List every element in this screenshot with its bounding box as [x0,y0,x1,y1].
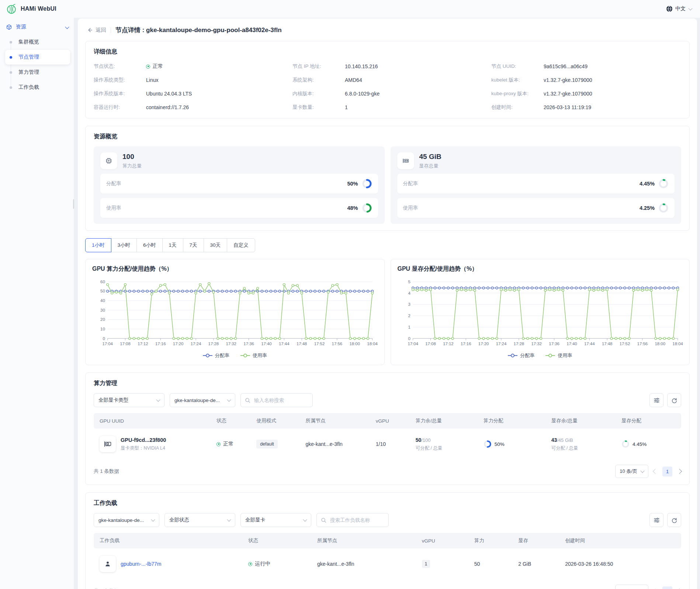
prev-page-button[interactable] [653,469,658,474]
back-button[interactable]: 返回 [87,27,106,34]
back-label: 返回 [96,27,106,34]
sidebar-group-resources[interactable]: 资源 [0,18,74,34]
chevron-down-icon [227,398,231,402]
sidebar-item-node-management[interactable]: 节点管理 [5,50,70,65]
gpu-chip-icon [100,152,117,169]
page-number-button[interactable]: 1 [662,467,672,477]
page-size-select[interactable]: 10 条/页 [615,585,648,589]
detail-info-section: 详细信息 节点状态: 正常 节点 IP 地址: 10.140.15.216 [85,41,690,118]
column-settings-button[interactable] [649,513,663,527]
svg-text:10: 10 [100,327,105,331]
gpu-table-row[interactable]: GPU-f9cd...23f800 显卡类型：NVIDIA L4 正常 defa… [94,429,681,460]
svg-text:30: 30 [100,308,105,312]
compute-total-value: 100 [122,153,142,161]
svg-text:17:04: 17:04 [102,342,113,346]
tab-1h[interactable]: 1小时 [85,238,111,252]
sidebar-item-workloads[interactable]: 工作负载 [5,80,70,95]
svg-text:17:36: 17:36 [549,342,559,346]
compute-trend-chart-card: GPU 算力分配/使用趋势（%） 010203040506017:0417:08… [85,259,385,365]
node-detail-card: 返回 节点详情 : gke-kantaloupe-demo-gpu-pool-a… [78,18,697,589]
legend-usage-rate[interactable]: 使用率 [545,352,572,359]
svg-text:17:36: 17:36 [243,342,254,346]
gpu-table-header: GPU UUID 状态 使用模式 所属节点 vGPU 算力余/总量 算力分配 显… [94,413,681,429]
detail-field-kernel: 内核版本: 6.8.0-1029-gke [292,90,482,98]
svg-text:17:08: 17:08 [425,342,436,346]
detail-field-os-version: 操作系统版本: Ubuntu 24.04.3 LTS [94,90,284,98]
refresh-button[interactable] [667,393,681,407]
refresh-button[interactable] [667,513,681,527]
tab-1d[interactable]: 1天 [162,238,183,252]
legend-alloc-rate[interactable]: 分配率 [508,352,534,359]
arrow-left-icon [87,27,93,33]
svg-text:17:20: 17:20 [173,342,184,346]
svg-text:40: 40 [100,298,105,303]
sidebar-resize-handle[interactable] [73,199,74,209]
workload-node-select[interactable]: gke-kantaloupe-de... [94,513,159,527]
hami-logo-icon [6,3,17,14]
sidebar: HAMi WebUI 资源 集群概览 节点管理 [0,0,74,589]
gpu-status: 正常 [216,441,256,447]
column-settings-button[interactable] [649,393,663,407]
chevron-down-icon [151,517,155,522]
detail-field-kubelet: kubelet 版本: v1.32.7-gke.1079000 [491,76,681,84]
gpu-table-footer: 共 1 条数据 10 条/页 1 [94,465,681,478]
pagination: 10 条/页 1 [615,585,681,589]
gpu-node: gke-kant...e-3fln [305,441,375,447]
svg-text:17:40: 17:40 [261,342,272,346]
workload-node: gke-kant...e-3fln [317,561,422,567]
workload-table-header: 工作负载 状态 所属节点 vGPU 算力 显存 创建时间 [94,533,681,548]
status-badge: 正常 [146,63,163,70]
chevron-down-icon [640,469,644,473]
detail-field-kube-proxy: kube-proxy 版本: v1.32.7-gke.1079000 [491,90,681,98]
next-page-button[interactable] [677,469,682,474]
compute-total-label: 算力总量 [122,163,142,169]
workload-section: 工作负载 gke-kantaloupe-de... 全部状态 全部显卡 [85,492,690,589]
gpu-type: 显卡类型：NVIDIA L4 [121,445,166,451]
page-title: 节点详情 : gke-kantaloupe-demo-gpu-pool-a843… [115,26,282,34]
workload-search-box [316,513,389,527]
page-size-select[interactable]: 10 条/页 [615,465,648,478]
svg-text:17:44: 17:44 [584,342,595,346]
svg-text:3: 3 [408,302,410,306]
brand: HAMi WebUI [0,0,74,18]
chevron-down-icon [156,398,160,402]
language-selector[interactable]: 中文 [666,6,692,12]
workload-table-row[interactable]: gpuburn-...-lb77m 运行中 gke-kant...e-3fln … [94,548,681,579]
topbar: 中文 [74,0,700,18]
workload-status-select[interactable]: 全部状态 [164,513,235,527]
tab-3h[interactable]: 3小时 [111,238,137,252]
gpu-search-input[interactable] [253,397,308,403]
compute-management-section: 算力管理 全部显卡类型 gke-kantaloupe-de... [85,373,690,485]
gpu-type-select[interactable]: 全部显卡类型 [94,393,164,407]
tree-dot-icon [10,41,12,44]
svg-text:17:24: 17:24 [496,342,506,346]
legend-usage-rate[interactable]: 使用率 [240,352,267,359]
tree-dot-icon [10,86,12,89]
table-tools [649,513,681,527]
section-title: 资源概览 [94,133,681,141]
legend-alloc-rate[interactable]: 分配率 [203,352,229,359]
workload-table-footer: 共 1 条数据 10 条/页 1 [94,585,681,589]
sidebar-item-label: 工作负载 [18,84,39,91]
tab-30d[interactable]: 30天 [204,238,228,252]
tab-6h[interactable]: 6小时 [136,238,163,252]
detail-grid: 节点状态: 正常 节点 IP 地址: 10.140.15.216 节点 UUID… [94,62,681,111]
tab-custom[interactable]: 自定义 [227,238,255,252]
svg-text:17:56: 17:56 [637,342,648,346]
node-select[interactable]: gke-kantaloupe-de... [170,393,235,407]
overview-cards: 100 算力总量 分配率 50% 使用率 48% [94,146,681,224]
svg-text:18:00: 18:00 [349,342,360,346]
gpu-uuid[interactable]: GPU-f9cd...23f800 [121,437,166,443]
workload-mem: 2 GiB [518,561,565,567]
workload-status: 运行中 [248,561,317,567]
workload-gpu-select[interactable]: 全部显卡 [240,513,311,527]
tab-7d[interactable]: 7天 [183,238,204,252]
svg-text:60: 60 [100,280,105,284]
sidebar-item-compute-management[interactable]: 算力管理 [5,65,70,80]
workload-search-input[interactable] [329,517,384,523]
sidebar-item-cluster-overview[interactable]: 集群概览 [5,35,70,49]
svg-text:5: 5 [408,280,410,284]
workload-name-link[interactable]: gpuburn-...-lb77m [121,561,162,567]
page-number-button[interactable]: 1 [662,586,672,589]
svg-text:17:44: 17:44 [279,342,290,346]
